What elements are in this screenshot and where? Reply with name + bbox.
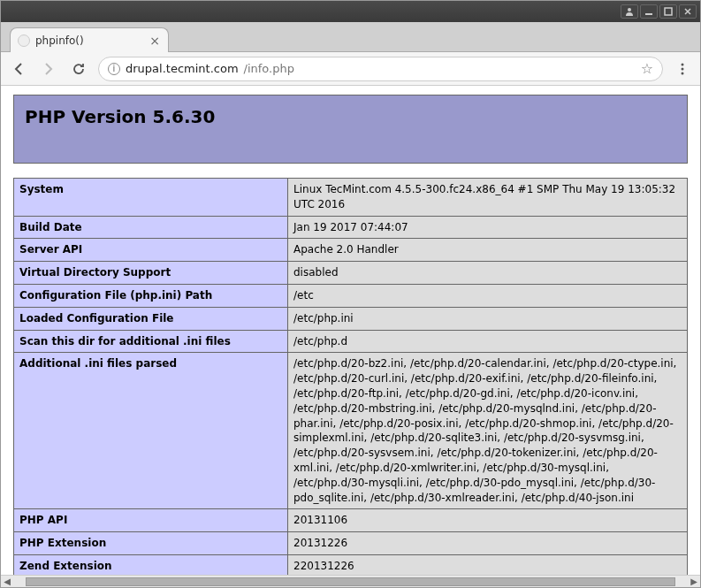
table-row: Scan this dir for additional .ini files/… <box>14 330 688 353</box>
table-row: Loaded Configuration File/etc/php.ini <box>14 307 688 330</box>
horizontal-scrollbar[interactable]: ◀ ▶ <box>1 575 700 587</box>
phpinfo-table: SystemLinux TecMint.com 4.5.5-300.fc24.x… <box>13 178 688 575</box>
window-titlebar <box>1 1 700 22</box>
forward-button[interactable] <box>38 58 59 80</box>
setting-value: /etc <box>288 284 688 307</box>
browser-tab[interactable]: phpinfo() × <box>10 27 169 52</box>
table-row: Zend Extension220131226 <box>14 554 688 575</box>
bookmark-icon[interactable]: ☆ <box>641 60 653 77</box>
page-content: PHP Version 5.6.30 SystemLinux TecMint.c… <box>1 86 700 575</box>
svg-point-4 <box>682 67 684 70</box>
table-row: PHP Extension20131226 <box>14 532 688 555</box>
php-version-header: PHP Version 5.6.30 <box>13 95 688 164</box>
url-path: /info.php <box>244 62 294 75</box>
table-row: SystemLinux TecMint.com 4.5.5-300.fc24.x… <box>14 179 688 217</box>
maximize-button[interactable] <box>659 4 677 19</box>
setting-value: Apache 2.0 Handler <box>288 239 688 262</box>
table-row: PHP API20131106 <box>14 509 688 532</box>
user-menu-button[interactable] <box>621 4 638 19</box>
setting-name: Zend Extension <box>14 554 288 575</box>
svg-point-3 <box>682 63 684 65</box>
browser-window: phpinfo() × i drupal.tecmint.com/info.ph… <box>0 0 701 588</box>
setting-name: Virtual Directory Support <box>14 262 288 285</box>
setting-value: Linux TecMint.com 4.5.5-300.fc24.x86_64 … <box>288 179 688 217</box>
back-button[interactable] <box>8 58 29 80</box>
setting-value: disabled <box>288 262 688 285</box>
reload-button[interactable] <box>68 58 89 80</box>
url-input[interactable]: i drupal.tecmint.com/info.php ☆ <box>98 57 663 81</box>
scrollbar-thumb[interactable] <box>26 577 675 586</box>
address-bar: i drupal.tecmint.com/info.php ☆ <box>1 52 700 86</box>
tab-close-icon[interactable]: × <box>149 34 161 47</box>
setting-name: Scan this dir for additional .ini files <box>14 330 288 353</box>
setting-value: 20131106 <box>288 509 688 532</box>
setting-name: Server API <box>14 239 288 262</box>
table-row: Server APIApache 2.0 Handler <box>14 239 688 262</box>
table-row: Build DateJan 19 2017 07:44:07 <box>14 216 688 239</box>
page-title: PHP Version 5.6.30 <box>25 106 676 127</box>
setting-name: System <box>14 179 288 217</box>
site-info-icon[interactable]: i <box>108 63 120 75</box>
setting-value: Jan 19 2017 07:44:07 <box>288 216 688 239</box>
setting-name: Additional .ini files parsed <box>14 353 288 509</box>
scroll-right-icon[interactable]: ▶ <box>688 576 700 588</box>
table-row: Virtual Directory Supportdisabled <box>14 262 688 285</box>
setting-name: PHP Extension <box>14 532 288 555</box>
setting-name: PHP API <box>14 509 288 532</box>
setting-value: 220131226 <box>288 554 688 575</box>
svg-point-5 <box>682 72 684 74</box>
scroll-left-icon[interactable]: ◀ <box>1 576 13 588</box>
setting-name: Loaded Configuration File <box>14 307 288 330</box>
tab-strip: phpinfo() × <box>1 22 700 52</box>
tab-title: phpinfo() <box>35 34 143 47</box>
svg-rect-1 <box>645 13 652 15</box>
setting-value: /etc/php.d/20-bz2.ini, /etc/php.d/20-cal… <box>288 353 688 509</box>
setting-value: /etc/php.d <box>288 330 688 353</box>
setting-name: Build Date <box>14 216 288 239</box>
minimize-button[interactable] <box>640 4 658 19</box>
table-row: Additional .ini files parsed/etc/php.d/2… <box>14 353 688 509</box>
browser-menu-button[interactable] <box>672 58 693 80</box>
close-button[interactable] <box>679 4 697 19</box>
page-viewport[interactable]: PHP Version 5.6.30 SystemLinux TecMint.c… <box>1 86 700 575</box>
table-row: Configuration File (php.ini) Path/etc <box>14 284 688 307</box>
setting-value: /etc/php.ini <box>288 307 688 330</box>
svg-rect-2 <box>665 8 672 15</box>
url-host: drupal.tecmint.com <box>126 62 239 75</box>
setting-name: Configuration File (php.ini) Path <box>14 284 288 307</box>
tab-favicon-icon <box>18 34 30 47</box>
svg-point-0 <box>628 8 631 11</box>
setting-value: 20131226 <box>288 532 688 555</box>
